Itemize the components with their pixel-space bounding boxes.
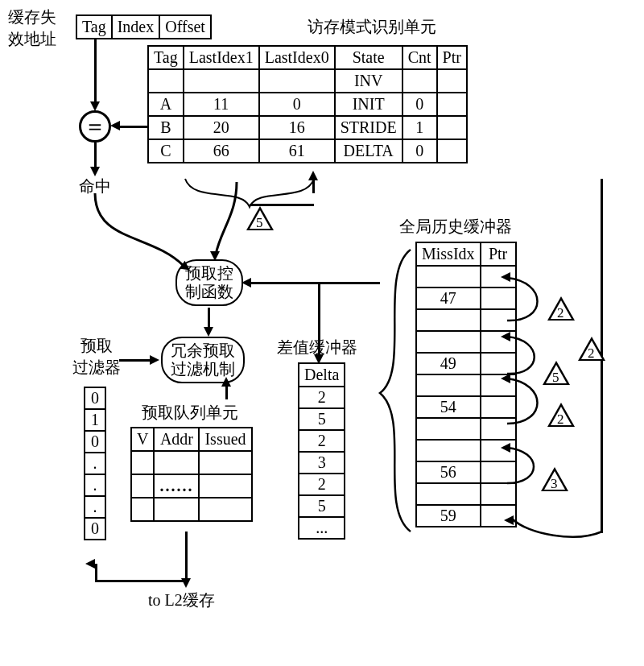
pattern-table-cell — [184, 69, 259, 93]
delta-cell: 2 — [299, 430, 345, 452]
pattern-table-cell: 1 — [402, 116, 437, 139]
global-history-buffer-table: MissIdxPtr 47 49 54 56 59 — [415, 242, 517, 527]
prefetch-filter-label: 预取 过滤器 — [72, 335, 121, 379]
pattern-table-cell: 20 — [184, 116, 259, 139]
addr-field-offset: Offset — [159, 15, 211, 39]
pattern-table-cell — [437, 93, 467, 116]
delta-cell: 2 — [299, 387, 345, 408]
pattern-recognition-table: Tag LastIdex1 LastIdex0 State Cnt Ptr IN… — [147, 45, 468, 163]
ghb-annotation-4: 3 — [551, 476, 558, 492]
pattern-table-cell: C — [148, 139, 184, 163]
pattern-table-cell: 66 — [184, 139, 259, 163]
pt-header-ptr: Ptr — [437, 46, 467, 69]
pt-header-lastidx1: LastIdex1 — [184, 46, 259, 69]
redundant-prefetch-filter-box: 冗余预取 过滤机制 — [161, 337, 245, 383]
delta-cell: 3 — [299, 452, 345, 474]
memory-access-pattern-unit-label: 访存模式识别单元 — [308, 16, 436, 38]
to-l2-cache-label: to L2缓存 — [148, 589, 215, 611]
pattern-table-cell: 0 — [402, 139, 437, 163]
pattern-table-cell: STRIDE — [335, 116, 402, 139]
addr-field-index: Index — [112, 15, 160, 39]
delta-cell: ... — [299, 517, 345, 539]
delta-cell: 5 — [299, 495, 345, 517]
ghb-header: Ptr — [481, 242, 516, 266]
pattern-table-cell: 16 — [259, 116, 335, 139]
delta-header: Delta — [299, 363, 345, 387]
ghb-annotation-3: 2 — [557, 412, 564, 428]
pt-header-tag: Tag — [148, 46, 184, 69]
delta-annotation-5: 5 — [256, 215, 263, 231]
pattern-table-cell: 11 — [184, 93, 259, 116]
pt-header-cnt: Cnt — [402, 46, 437, 69]
pattern-table-cell — [437, 69, 467, 93]
pattern-table-cell: INIT — [335, 93, 402, 116]
pattern-table-cell: 0 — [402, 93, 437, 116]
pattern-table-cell: A — [148, 93, 184, 116]
pt-header-lastidx0: LastIdex0 — [259, 46, 335, 69]
global-history-buffer-label: 全局历史缓冲器 — [399, 216, 512, 238]
delta-cell: 5 — [299, 408, 345, 430]
pt-header-state: State — [335, 46, 402, 69]
ghb-annotation-0: 2 — [557, 305, 564, 321]
ghb-annotation-1: 2 — [588, 345, 595, 362]
redundant-filter-label: 冗余预取 过滤机制 — [171, 341, 235, 378]
queue-header-issued: Issued — [199, 428, 251, 451]
pattern-table-cell: INV — [335, 69, 402, 93]
pattern-table-cell: 0 — [259, 93, 335, 116]
pattern-table-cell: 61 — [259, 139, 335, 163]
pattern-table-cell: B — [148, 116, 184, 139]
cache-miss-address-label: 缓存失 效地址 — [8, 6, 56, 50]
address-fields-table: Tag Index Offset — [76, 14, 212, 39]
pattern-table-cell — [148, 69, 184, 93]
pattern-table-cell — [402, 69, 437, 93]
addr-field-tag: Tag — [76, 15, 112, 39]
tag-comparator-icon: ＝ — [79, 110, 111, 143]
pattern-table-cell — [437, 139, 467, 163]
pattern-table-cell — [259, 69, 335, 93]
pattern-table-cell: DELTA — [335, 139, 402, 163]
delta-buffer-table: Delta252325... — [298, 362, 345, 540]
ghb-annotation-2: 5 — [552, 370, 559, 386]
delta-cell: 2 — [299, 474, 345, 495]
pattern-table-cell — [437, 116, 467, 139]
